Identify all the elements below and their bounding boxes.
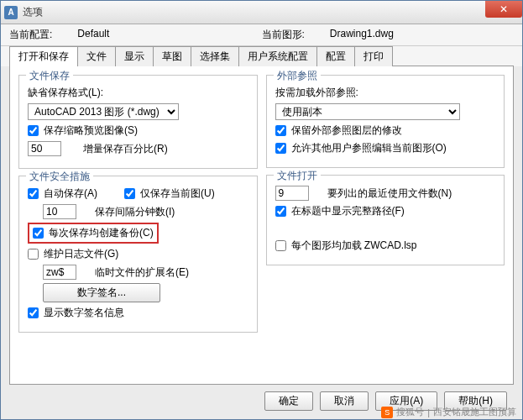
recent-input[interactable] xyxy=(275,186,309,201)
group-file-open: 文件打开 要列出的最近使用文件数(N) 在标题中显示完整路径(F) 每个图形均加… xyxy=(266,175,505,265)
increment-input[interactable] xyxy=(28,141,61,156)
backup-checkbox[interactable] xyxy=(33,228,44,239)
group-file-safety: 文件安全措施 自动保存(A) 仅保存当前图(U) 保存间隔分钟数(I) 每次保存… xyxy=(18,176,258,333)
showsig-checkbox[interactable] xyxy=(28,307,39,318)
thumb-checkbox[interactable] xyxy=(28,125,39,136)
right-column: 外部参照 按需加载外部参照: 使用副本 保留外部参照图层的修改 允许其他用户参照… xyxy=(266,75,505,375)
watermark-source: 搜狐号 xyxy=(396,406,424,418)
group-title-fileopen: 文件打开 xyxy=(274,169,321,183)
group-title-safety: 文件安全措施 xyxy=(26,170,93,184)
tab-user-system[interactable]: 用户系统配置 xyxy=(238,46,317,66)
load-checkbox[interactable] xyxy=(275,240,286,251)
default-format-select[interactable]: AutoCAD 2013 图形 (*.dwg) xyxy=(28,103,179,120)
showsig-label: 显示数字签名信息 xyxy=(44,306,124,320)
group-xref: 外部参照 按需加载外部参照: 使用副本 保留外部参照图层的修改 允许其他用户参照… xyxy=(266,75,505,168)
current-drawing-label: 当前图形: xyxy=(262,28,305,42)
watermark-divider: | xyxy=(427,407,430,417)
current-config-value: Default xyxy=(77,28,109,42)
curonly-label: 仅保存当前图(U) xyxy=(140,186,215,201)
retain-label: 保留外部参照图层的修改 xyxy=(291,123,402,138)
increment-label: 增量保存百分比(R) xyxy=(83,142,168,156)
recent-label: 要列出的最近使用文件数(N) xyxy=(327,186,452,201)
tab-display[interactable]: 显示 xyxy=(115,46,154,66)
current-config-label: 当前配置: xyxy=(9,28,52,42)
watermark: S 搜狐号 | 西安铭晟施工图预算 xyxy=(381,406,516,418)
info-row: 当前配置: Default 当前图形: Drawing1.dwg xyxy=(1,24,522,46)
demand-select[interactable]: 使用副本 xyxy=(275,103,460,120)
window-title: 选项 xyxy=(23,5,43,19)
backup-highlight: 每次保存均创建备份(C) xyxy=(28,223,159,244)
backup-label: 每次保存均创建备份(C) xyxy=(49,226,154,240)
cancel-button[interactable]: 取消 xyxy=(320,391,369,411)
tab-file[interactable]: 文件 xyxy=(77,46,116,66)
tab-strip: 打开和保存 文件 显示 草图 选择集 用户系统配置 配置 打印 xyxy=(1,46,522,66)
tempext-label: 临时文件的扩展名(E) xyxy=(95,265,189,280)
curonly-checkbox[interactable] xyxy=(124,188,135,199)
allow-checkbox[interactable] xyxy=(275,143,286,154)
interval-input[interactable] xyxy=(43,204,76,219)
demand-label: 按需加载外部参照: xyxy=(275,86,358,100)
tab-config[interactable]: 配置 xyxy=(316,46,355,66)
group-title-file-save: 文件保存 xyxy=(26,69,73,83)
tab-draft[interactable]: 草图 xyxy=(153,46,191,66)
signature-button[interactable]: 数字签名... xyxy=(43,283,160,302)
titlebar: A 选项 ✕ xyxy=(1,1,522,24)
watermark-logo-icon: S xyxy=(381,407,393,418)
autosave-checkbox[interactable] xyxy=(28,188,39,199)
allow-label: 允许其他用户参照编辑当前图形(O) xyxy=(291,141,447,155)
autosave-label: 自动保存(A) xyxy=(44,186,97,201)
close-button[interactable]: ✕ xyxy=(485,1,522,18)
tab-content: 文件保存 缺省保存格式(L): AutoCAD 2013 图形 (*.dwg) … xyxy=(9,66,514,385)
app-icon: A xyxy=(4,6,18,19)
tab-print[interactable]: 打印 xyxy=(354,46,393,66)
options-dialog: A 选项 ✕ 当前配置: Default 当前图形: Drawing1.dwg … xyxy=(0,0,523,420)
logfile-label: 维护日志文件(G) xyxy=(44,247,118,261)
tempext-input[interactable] xyxy=(43,265,76,280)
group-title-xref: 外部参照 xyxy=(274,69,321,83)
default-format-label: 缺省保存格式(L): xyxy=(28,86,103,100)
load-label: 每个图形均加载 ZWCAD.lsp xyxy=(291,239,417,253)
logfile-checkbox[interactable] xyxy=(28,249,39,260)
left-column: 文件保存 缺省保存格式(L): AutoCAD 2013 图形 (*.dwg) … xyxy=(18,75,258,375)
tab-selection[interactable]: 选择集 xyxy=(191,46,239,66)
group-file-save: 文件保存 缺省保存格式(L): AutoCAD 2013 图形 (*.dwg) … xyxy=(18,75,258,169)
interval-label: 保存间隔分钟数(I) xyxy=(95,205,175,219)
fullpath-label: 在标题中显示完整路径(F) xyxy=(291,204,405,218)
retain-checkbox[interactable] xyxy=(275,125,286,136)
current-drawing-value: Drawing1.dwg xyxy=(330,28,394,42)
ok-button[interactable]: 确定 xyxy=(264,391,313,411)
watermark-author: 西安铭晟施工图预算 xyxy=(433,406,516,418)
tab-open-save[interactable]: 打开和保存 xyxy=(9,46,78,66)
fullpath-checkbox[interactable] xyxy=(275,206,286,217)
thumb-label: 保存缩略预览图像(S) xyxy=(44,123,138,138)
